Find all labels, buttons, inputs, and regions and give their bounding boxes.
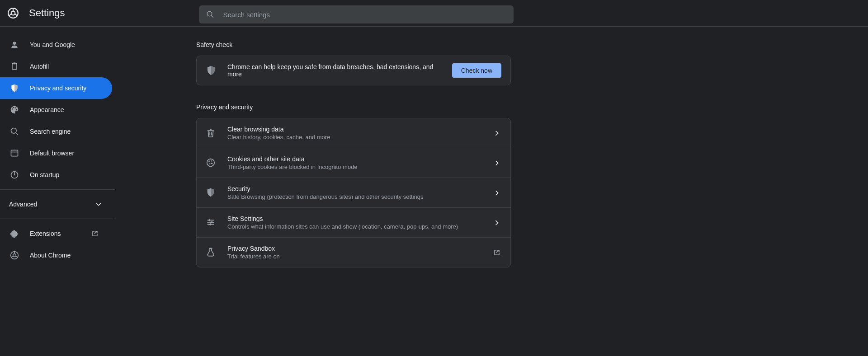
- search-icon: [206, 10, 214, 19]
- row-site-settings[interactable]: Site Settings Controls what information …: [197, 208, 510, 238]
- sidebar-item-label: You and Google: [30, 41, 75, 48]
- row-texts: Privacy Sandbox Trial features are on: [227, 245, 481, 260]
- safety-check-card: Chrome can help keep you safe from data …: [196, 56, 511, 85]
- sidebar-item-extensions[interactable]: Extensions: [0, 223, 112, 244]
- row-subtitle: Third-party cookies are blocked in Incog…: [227, 164, 481, 170]
- sidebar-item-autofill[interactable]: Autofill: [0, 56, 112, 77]
- sidebar-item-label: Default browser: [30, 150, 74, 157]
- person-icon: [10, 40, 19, 49]
- chevron-right-icon: [492, 218, 501, 227]
- sidebar-item-label: Extensions: [30, 230, 61, 237]
- row-texts: Security Safe Browsing (protection from …: [227, 185, 481, 200]
- sidebar-item-label: Privacy and security: [30, 84, 86, 92]
- row-title: Clear browsing data: [227, 126, 481, 133]
- sidebar-item-label: Search engine: [30, 128, 71, 135]
- sidebar-item-label: Appearance: [30, 106, 64, 113]
- cookie-icon: [206, 158, 217, 169]
- row-title: Site Settings: [227, 215, 481, 222]
- chevron-right-icon: [492, 129, 501, 138]
- row-security[interactable]: Security Safe Browsing (protection from …: [197, 178, 510, 208]
- row-title: Cookies and other site data: [227, 155, 481, 163]
- clipboard-icon: [10, 62, 19, 71]
- sidebar-separator: [0, 219, 115, 219]
- flask-icon: [206, 247, 217, 258]
- row-subtitle: Trial features are on: [227, 253, 481, 260]
- advanced-toggle[interactable]: Advanced: [0, 193, 112, 215]
- safety-check-header: Safety check: [196, 41, 868, 48]
- row-title: Security: [227, 185, 481, 192]
- browser-icon: [10, 149, 19, 158]
- row-texts: Clear browsing data Clear history, cooki…: [227, 126, 481, 141]
- sidebar-item-label: Autofill: [30, 63, 49, 70]
- privacy-card: Clear browsing data Clear history, cooki…: [196, 118, 511, 267]
- chevron-right-icon: [492, 159, 501, 168]
- sidebar-item-label: About Chrome: [30, 252, 71, 259]
- extension-icon: [10, 229, 19, 238]
- header: Settings: [0, 0, 868, 26]
- sidebar-item-on-startup[interactable]: On startup: [0, 164, 112, 186]
- shield-check-icon: [206, 65, 217, 76]
- sidebar: You and Google Autofill Privacy and secu…: [0, 27, 115, 356]
- sidebar-item-default-browser[interactable]: Default browser: [0, 142, 112, 164]
- row-subtitle: Safe Browsing (protection from dangerous…: [227, 193, 481, 200]
- page-title: Settings: [29, 7, 65, 19]
- tune-icon: [206, 217, 217, 228]
- row-title: Privacy Sandbox: [227, 245, 481, 252]
- row-cookies[interactable]: Cookies and other site data Third-party …: [197, 148, 510, 178]
- main-content: Safety check Chrome can help keep you sa…: [115, 27, 868, 356]
- search-input[interactable]: [223, 11, 506, 19]
- row-subtitle: Clear history, cookies, cache, and more: [227, 134, 481, 141]
- power-icon: [10, 170, 19, 179]
- shield-icon: [10, 84, 19, 93]
- shield-icon: [206, 187, 217, 198]
- safety-check-row: Chrome can help keep you safe from data …: [197, 56, 510, 85]
- chrome-logo-icon: [7, 7, 19, 19]
- row-clear-browsing-data[interactable]: Clear browsing data Clear history, cooki…: [197, 118, 510, 148]
- sidebar-item-appearance[interactable]: Appearance: [0, 99, 112, 121]
- sidebar-separator: [0, 189, 115, 190]
- launch-icon: [492, 248, 501, 257]
- privacy-section-header: Privacy and security: [196, 103, 868, 111]
- safety-check-message: Chrome can help keep you safe from data …: [227, 63, 441, 78]
- launch-icon: [90, 229, 99, 238]
- advanced-label: Advanced: [9, 201, 37, 208]
- row-privacy-sandbox[interactable]: Privacy Sandbox Trial features are on: [197, 238, 510, 267]
- palette-icon: [10, 105, 19, 114]
- sidebar-item-privacy-and-security[interactable]: Privacy and security: [0, 77, 112, 99]
- chevron-down-icon: [94, 200, 103, 209]
- chrome-icon: [10, 251, 19, 260]
- row-texts: Cookies and other site data Third-party …: [227, 155, 481, 170]
- sidebar-item-label: On startup: [30, 171, 59, 178]
- chevron-right-icon: [492, 188, 501, 197]
- search-container[interactable]: [199, 5, 514, 23]
- trash-icon: [206, 128, 217, 139]
- row-texts: Site Settings Controls what information …: [227, 215, 481, 230]
- sidebar-item-you-and-google[interactable]: You and Google: [0, 34, 112, 56]
- check-now-button[interactable]: Check now: [452, 63, 501, 78]
- row-subtitle: Controls what information sites can use …: [227, 223, 481, 230]
- sidebar-item-search-engine[interactable]: Search engine: [0, 121, 112, 142]
- sidebar-item-about-chrome[interactable]: About Chrome: [0, 244, 112, 266]
- search-icon: [10, 127, 19, 136]
